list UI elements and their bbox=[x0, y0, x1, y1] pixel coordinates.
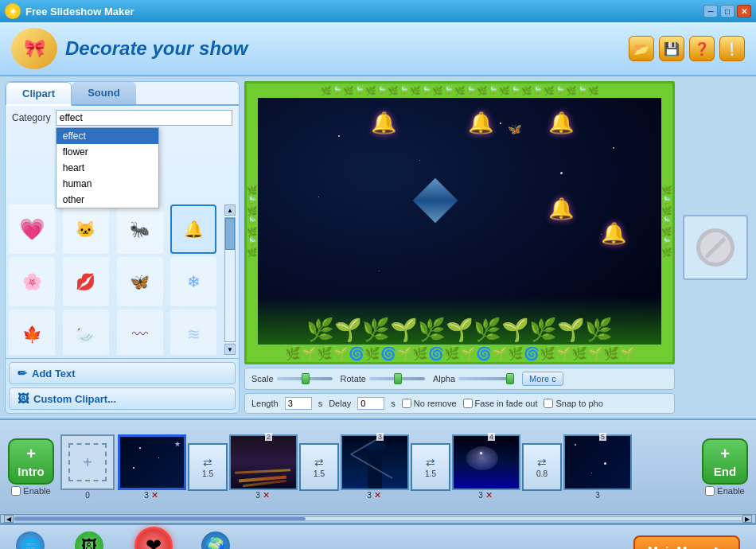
snap-checkbox-group: Snap to pho bbox=[544, 399, 602, 408]
scroll-left-button[interactable]: ◀ bbox=[4, 515, 14, 523]
no-remove-checkbox[interactable] bbox=[402, 399, 411, 408]
info-button[interactable]: ❕ bbox=[719, 36, 745, 61]
close-button[interactable]: ✕ bbox=[737, 5, 751, 18]
category-option-effect[interactable]: effect bbox=[57, 128, 158, 144]
clipart-item-12[interactable]: ≋ bbox=[170, 310, 216, 355]
intro-button[interactable]: + Intro bbox=[8, 438, 54, 485]
clipart-grid: 💗 🐱 🐜 🔔 🌸 💋 🦋 ❄ 🍁 🦢 〰 ≋ ▲ bbox=[6, 201, 239, 358]
nav-photo[interactable]: 🌐 Photo bbox=[16, 531, 45, 549]
frame-thumb-4[interactable] bbox=[452, 434, 520, 490]
scroll-track bbox=[224, 217, 236, 342]
f1-star3 bbox=[133, 467, 134, 469]
category-option-heart[interactable]: heart bbox=[57, 160, 158, 176]
center-panel: 🌿🍃🌿🍃🌿🍃🌿🍃🌿🍃🌿🍃🌿🍃🌿🍃🌿🍃🌿🍃🌿🍃🌿🍃🌿 🌿🌱🌿🌱🌀🌿🌀🌱🌿🌀🌿🌱🌀🌱… bbox=[244, 81, 675, 414]
scrollbar-track bbox=[14, 516, 742, 521]
main-menu-button[interactable]: MainMenu ▶ bbox=[633, 535, 740, 549]
timeline-frame-4: 4 3 ✕ bbox=[450, 434, 522, 500]
frame-0-label: 0 bbox=[85, 491, 90, 500]
category-option-human[interactable]: human bbox=[57, 176, 158, 192]
clipart-item-8[interactable]: ❄ bbox=[170, 257, 216, 306]
clipart-item-9[interactable]: 🍁 bbox=[9, 310, 55, 355]
main-area: Clipart Sound Category effect flower hea… bbox=[0, 76, 756, 419]
intro-label: Intro bbox=[18, 465, 44, 478]
maximize-button[interactable]: □ bbox=[720, 5, 735, 18]
category-option-flower[interactable]: flower bbox=[57, 144, 158, 160]
alpha-slider-thumb[interactable] bbox=[506, 373, 514, 384]
snap-checkbox[interactable] bbox=[544, 399, 553, 408]
delay-input[interactable] bbox=[357, 397, 384, 410]
window-controls: ─ □ ✕ bbox=[703, 5, 751, 18]
tab-sound[interactable]: Sound bbox=[72, 82, 135, 104]
end-enable-checkbox[interactable] bbox=[705, 486, 715, 496]
star-2 bbox=[419, 160, 420, 161]
clipart-item-2[interactable]: 🐱 bbox=[63, 204, 109, 254]
alpha-control: Alpha bbox=[433, 374, 514, 384]
nav-template[interactable]: 🖼 Template bbox=[68, 531, 110, 549]
frame-4-delete[interactable]: ✕ bbox=[485, 490, 494, 500]
intro-enable-checkbox[interactable] bbox=[11, 486, 21, 496]
help-button[interactable]: ❓ bbox=[689, 36, 715, 61]
app-icon: ✦ bbox=[5, 3, 21, 19]
bell-4: 🔔 bbox=[548, 197, 574, 221]
no-entry-icon bbox=[696, 228, 735, 267]
scale-slider-thumb[interactable] bbox=[302, 373, 310, 384]
scale-slider[interactable] bbox=[277, 377, 333, 380]
vine-border-left: 🌿🍃🌿🍃🌿🍃🌿 bbox=[247, 98, 258, 345]
more-button[interactable]: More c bbox=[522, 372, 563, 386]
clipart-item-5[interactable]: 🌸 bbox=[9, 257, 55, 306]
rotate-slider[interactable] bbox=[369, 377, 425, 380]
bell-1: 🔔 bbox=[371, 111, 396, 135]
open-folder-button[interactable]: 📂 bbox=[629, 36, 654, 61]
fade-in-checkbox[interactable] bbox=[463, 399, 473, 408]
end-button[interactable]: + End bbox=[702, 438, 748, 485]
nav-decorate[interactable]: ❤ Decorate bbox=[134, 527, 174, 549]
scrollbar-thumb[interactable] bbox=[14, 517, 306, 520]
save-button[interactable]: 💾 bbox=[659, 36, 684, 61]
scroll-thumb[interactable] bbox=[225, 218, 235, 250]
frame-thumb-2[interactable] bbox=[229, 434, 298, 490]
add-text-button[interactable]: ✏ Add Text bbox=[9, 362, 236, 384]
clipart-item-1[interactable]: 💗 bbox=[9, 204, 55, 254]
minimize-button[interactable]: ─ bbox=[703, 5, 718, 18]
clipart-item-11[interactable]: 〰 bbox=[117, 310, 163, 355]
transition-1[interactable]: ⇄ 1.5 bbox=[188, 443, 228, 491]
frame-thumb-0[interactable]: + bbox=[60, 434, 115, 490]
frame-5-footer: 3 bbox=[595, 490, 600, 500]
decorate-nav-icon: ❤ bbox=[134, 527, 173, 549]
transition-1-label: 1.5 bbox=[202, 469, 213, 478]
scroll-up-button[interactable]: ▲ bbox=[224, 204, 236, 216]
length-input[interactable] bbox=[285, 397, 312, 410]
clipart-scrollbar[interactable]: ▲ ▼ bbox=[224, 204, 236, 355]
category-option-other[interactable]: other bbox=[57, 192, 158, 208]
frame-2-delete[interactable]: ✕ bbox=[262, 490, 271, 500]
frame-5-badge: 5 bbox=[599, 433, 606, 441]
rotate-slider-thumb[interactable] bbox=[394, 373, 402, 384]
alpha-slider[interactable] bbox=[458, 377, 514, 380]
frame-5-label: 3 bbox=[595, 491, 600, 500]
transition-3[interactable]: ⇄ 1.5 bbox=[411, 443, 450, 491]
timeline-frame-1: ★ 3 ✕ bbox=[116, 434, 188, 500]
right-preview-box bbox=[683, 215, 748, 280]
transition-2[interactable]: ⇄ 1.5 bbox=[299, 443, 339, 491]
clipart-item-4[interactable]: 🔔 bbox=[170, 204, 216, 254]
frame-thumb-1[interactable]: ★ bbox=[118, 434, 186, 490]
end-enable-label: Enable bbox=[717, 486, 744, 496]
frame-thumb-3[interactable] bbox=[341, 434, 409, 490]
frame-1-delete[interactable]: ✕ bbox=[150, 490, 160, 500]
controls-row-2: Length s Delay s No remove Fase in fade … bbox=[244, 393, 675, 414]
frame-3-delete[interactable]: ✕ bbox=[373, 490, 383, 500]
custom-clipart-button[interactable]: 🖼 Custom Clipart... bbox=[9, 387, 236, 410]
tab-clipart[interactable]: Clipart bbox=[6, 82, 72, 106]
transition-4[interactable]: ⇄ 0.8 bbox=[522, 443, 562, 491]
clipart-item-7[interactable]: 🦋 bbox=[117, 257, 163, 306]
scroll-down-button[interactable]: ▼ bbox=[224, 344, 236, 355]
vine-border-top: 🌿🍃🌿🍃🌿🍃🌿🍃🌿🍃🌿🍃🌿🍃🌿🍃🌿🍃🌿🍃🌿🍃🌿🍃🌿 bbox=[247, 84, 672, 98]
clipart-item-6[interactable]: 💋 bbox=[63, 257, 109, 306]
clipart-item-3[interactable]: 🐜 bbox=[117, 204, 163, 254]
template-nav-icon: 🖼 bbox=[75, 531, 103, 549]
scroll-right-button[interactable]: ▶ bbox=[742, 515, 752, 523]
frame-thumb-5[interactable] bbox=[563, 434, 632, 490]
nav-publish[interactable]: 🌍 Publish bbox=[198, 531, 232, 549]
category-select[interactable]: effect flower heart human other bbox=[56, 110, 232, 126]
clipart-item-10[interactable]: 🦢 bbox=[63, 310, 109, 355]
